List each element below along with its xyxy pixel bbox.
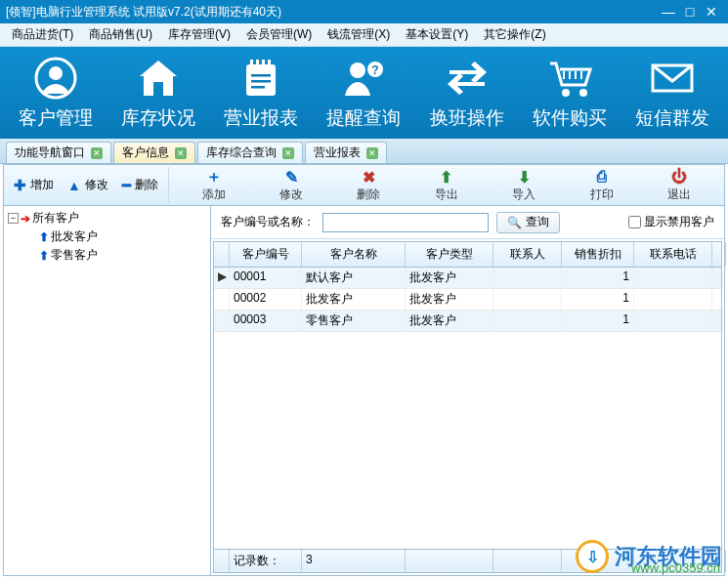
toolbar-edit[interactable]: ✎修改 — [265, 167, 318, 203]
minimize-button[interactable]: — — [658, 4, 679, 20]
arrow-up-icon: ⬆ — [39, 249, 49, 263]
menu-purchase[interactable]: 商品进货(T) — [6, 24, 79, 45]
tree-root-node[interactable]: − ➔ 所有客户 — [8, 210, 206, 227]
toolbar-inventory-status[interactable]: 库存状况 — [109, 55, 207, 131]
toolbar-reminder[interactable]: ? 提醒查询 — [315, 55, 412, 131]
pencil-icon: ✎ — [285, 167, 298, 186]
toolbar-reports[interactable]: 营业报表 — [212, 55, 310, 131]
svg-rect-4 — [256, 60, 259, 69]
plus-icon: ＋ — [206, 167, 222, 186]
toolbar-print[interactable]: ⎙打印 — [576, 167, 628, 203]
show-disabled-checkbox[interactable]: 显示禁用客户 — [628, 214, 714, 230]
cart-icon — [521, 55, 619, 102]
notepad-icon — [212, 55, 310, 102]
search-input[interactable] — [322, 213, 489, 232]
import-icon: ⬇ — [518, 167, 531, 186]
maximize-button[interactable]: □ — [679, 4, 701, 20]
close-icon[interactable]: ✕ — [91, 147, 103, 159]
toolbar-sms[interactable]: 短信群发 — [623, 55, 721, 131]
house-icon — [109, 55, 207, 102]
svg-rect-5 — [262, 60, 265, 69]
grid-header: 客户编号 客户名称 客户类型 联系人 销售折扣 联系电话 — [214, 242, 721, 268]
menu-finance[interactable]: 钱流管理(X) — [321, 24, 396, 45]
tab-inventory-query[interactable]: 库存综合查询✕ — [197, 142, 303, 163]
minus-icon: ━ — [122, 177, 131, 194]
record-count-value: 3 — [302, 550, 406, 572]
toolbar-add[interactable]: ＋添加 — [188, 167, 240, 203]
row-indicator-icon: ▶ — [214, 268, 230, 288]
power-icon: ⏻ — [671, 167, 687, 186]
toolbar-exit[interactable]: ⏻退出 — [653, 167, 706, 203]
secondary-toolbar: ✚增加 ▲修改 ━删除 ＋添加 ✎修改 ✖删除 ⬆导出 ⬇导入 ⎙打印 ⏻退出 — [4, 165, 724, 206]
svg-point-14 — [579, 89, 587, 97]
title-bar: [领智]电脑行业管理系统 试用版v7.2(试用期还有40天) — □ ✕ — [0, 0, 728, 23]
svg-point-10 — [350, 62, 365, 78]
search-bar: 客户编号或名称： 🔍 查询 显示禁用客户 — [211, 206, 724, 239]
toolbar-purchase[interactable]: 软件购买 — [521, 55, 619, 131]
col-type[interactable]: 客户类型 — [406, 242, 493, 267]
tab-business-report[interactable]: 营业报表✕ — [305, 142, 387, 163]
envelope-icon — [623, 55, 721, 102]
main-toolbar: 客户管理 库存状况 营业报表 ? 提醒查询 换班操作 软件购买 短信群发 — [0, 47, 728, 139]
swap-icon — [418, 55, 516, 102]
menu-settings[interactable]: 基本设置(Y) — [400, 24, 474, 45]
tab-customer-info[interactable]: 客户信息✕ — [113, 142, 195, 163]
svg-point-13 — [562, 89, 570, 97]
close-button[interactable]: ✕ — [701, 4, 722, 20]
menu-bar: 商品进货(T) 商品销售(U) 库存管理(V) 会员管理(W) 钱流管理(X) … — [0, 23, 728, 47]
search-button[interactable]: 🔍 查询 — [496, 212, 560, 233]
table-row[interactable]: ▶ 00001 默认客户 批发客户 1 — [214, 268, 721, 289]
print-icon: ⎙ — [597, 167, 607, 186]
menu-other[interactable]: 其它操作(Z) — [478, 24, 551, 45]
toolbar-customer-manage[interactable]: 客户管理 — [7, 55, 105, 131]
col-phone[interactable]: 联系电话 — [634, 242, 712, 267]
menu-sales[interactable]: 商品销售(U) — [83, 24, 158, 45]
svg-rect-9 — [251, 86, 265, 89]
collapse-icon[interactable]: − — [8, 213, 19, 224]
window-title: [领智]电脑行业管理系统 试用版v7.2(试用期还有40天) — [6, 4, 658, 21]
tree-add-button[interactable]: ✚增加 — [14, 177, 54, 194]
toolbar-export[interactable]: ⬆导出 — [420, 167, 473, 203]
svg-text:?: ? — [372, 63, 379, 77]
svg-rect-6 — [268, 60, 271, 69]
customer-grid[interactable]: 客户编号 客户名称 客户类型 联系人 销售折扣 联系电话 ▶ 00001 默认客… — [213, 241, 722, 573]
plus-icon: ✚ — [14, 177, 26, 194]
record-count-label: 记录数： — [230, 550, 302, 572]
tab-bar: 功能导航窗口✕ 客户信息✕ 库存综合查询✕ 营业报表✕ — [0, 139, 728, 164]
col-discount[interactable]: 销售折扣 — [562, 242, 634, 267]
tree-node-retail[interactable]: ⬆ 零售客户 — [39, 247, 206, 264]
magnifier-icon: 🔍 — [507, 216, 522, 229]
menu-members[interactable]: 会员管理(W) — [240, 24, 318, 45]
content-area: ✚增加 ▲修改 ━删除 ＋添加 ✎修改 ✖删除 ⬆导出 ⬇导入 ⎙打印 ⏻退出 … — [3, 164, 725, 576]
table-row[interactable]: 00002 批发客户 批发客户 1 — [214, 289, 721, 310]
svg-rect-7 — [251, 74, 271, 77]
toolbar-delete[interactable]: ✖删除 — [342, 167, 395, 203]
person-help-icon: ? — [315, 55, 412, 102]
up-arrow-icon: ▲ — [67, 178, 81, 193]
menu-inventory[interactable]: 库存管理(V) — [162, 24, 236, 45]
tree-node-wholesale[interactable]: ⬆ 批发客户 — [39, 228, 206, 245]
col-contact[interactable]: 联系人 — [493, 242, 562, 267]
tree-delete-button[interactable]: ━删除 — [122, 177, 158, 194]
user-circle-icon — [7, 55, 105, 102]
close-icon[interactable]: ✕ — [282, 147, 294, 159]
close-icon[interactable]: ✕ — [175, 147, 187, 159]
tab-navigation[interactable]: 功能导航窗口✕ — [6, 142, 111, 163]
close-icon[interactable]: ✕ — [366, 147, 378, 159]
x-icon: ✖ — [363, 167, 375, 186]
svg-rect-8 — [251, 80, 271, 83]
col-id[interactable]: 客户编号 — [230, 242, 302, 267]
grid-footer: 记录数： 3 — [214, 549, 721, 572]
arrow-right-icon: ➔ — [21, 212, 30, 226]
tree-edit-button[interactable]: ▲修改 — [67, 177, 108, 193]
toolbar-shift[interactable]: 换班操作 — [418, 55, 516, 131]
arrow-up-icon: ⬆ — [39, 230, 49, 244]
category-tree[interactable]: − ➔ 所有客户 ⬆ 批发客户 ⬆ 零售客户 — [4, 206, 211, 575]
svg-rect-3 — [250, 60, 253, 69]
col-name[interactable]: 客户名称 — [302, 242, 406, 267]
toolbar-import[interactable]: ⬇导入 — [497, 167, 550, 203]
table-row[interactable]: 00003 零售客户 批发客户 1 — [214, 310, 721, 332]
export-icon: ⬆ — [440, 167, 452, 186]
grid-body[interactable]: ▶ 00001 默认客户 批发客户 1 00002 批发客户 批发客户 — [214, 268, 721, 549]
svg-point-1 — [49, 66, 63, 80]
